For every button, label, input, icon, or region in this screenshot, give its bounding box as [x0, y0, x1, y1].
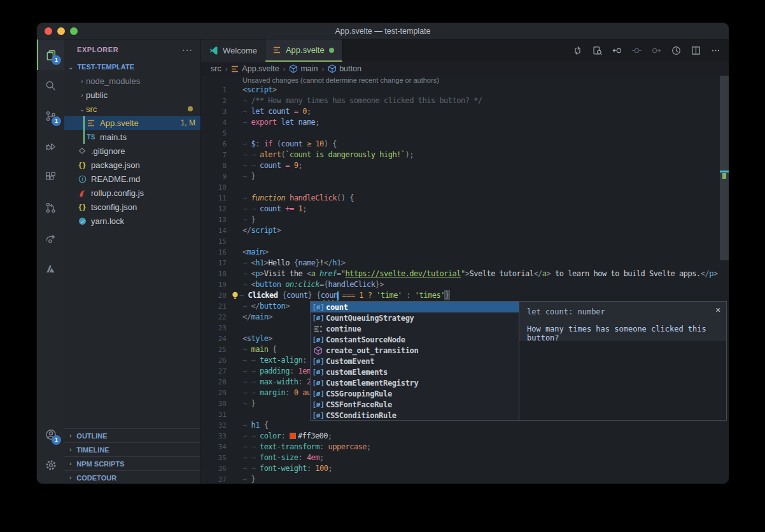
activity-azure-azure-icon[interactable] — [37, 253, 64, 284]
breadcrumb-separator: › — [321, 65, 325, 73]
section-label: CODETOUR — [76, 474, 116, 482]
section-outline[interactable]: ›OUTLINE — [64, 428, 200, 442]
activity-run-debug-run-debug-icon[interactable] — [37, 131, 64, 162]
activity-explorer-files-icon[interactable]: 1 — [37, 39, 64, 70]
suggest-item-countqueuingstrategy[interactable]: [ø]CountQueuingStrategy — [311, 312, 519, 323]
code-line-5[interactable]: 5 — [201, 128, 729, 139]
code-line-7[interactable]: 7→ → alert(`count is dangerously high!`)… — [201, 150, 729, 160]
variable-kind-icon: [ø] — [311, 314, 326, 322]
code-line-8[interactable]: 8→ → count = 9; — [201, 160, 729, 171]
more-actions-icon[interactable] — [708, 44, 722, 58]
code-line-9[interactable]: 9→ } — [201, 171, 729, 182]
gitlens-compare-icon[interactable] — [570, 44, 584, 58]
section-codetour[interactable]: ›CODETOUR — [64, 470, 200, 484]
code-text: </script> — [227, 225, 281, 236]
suggest-item-continue[interactable]: continue — [311, 323, 519, 334]
section-label: TIMELINE — [76, 446, 109, 454]
suggest-item-customelements[interactable]: [ø]customElements — [311, 367, 519, 377]
next-change-icon[interactable] — [649, 44, 663, 58]
suggest-item-count[interactable]: [ø]count — [311, 302, 519, 312]
activity-source-control-source-control-icon[interactable]: 1 — [37, 101, 64, 131]
tree-item-package-json[interactable]: {}package.json — [64, 158, 200, 172]
line-number: 16 — [201, 247, 227, 258]
code-line-15[interactable]: 15 — [201, 236, 729, 247]
tab-app-svelte[interactable]: App.svelte — [265, 39, 342, 62]
suggest-item-cssfontfacerule[interactable]: [ø]CSSFontFaceRule — [311, 399, 519, 410]
dirty-dot-icon[interactable] — [329, 48, 334, 53]
close-window-button[interactable] — [45, 27, 52, 35]
suggest-item-cssconditionrule[interactable]: [ø]CSSConditionRule — [311, 410, 519, 421]
code-line-18[interactable]: 18→ <p>Visit the <a href="https://svelte… — [201, 269, 729, 279]
tab-welcome[interactable]: Welcome — [201, 39, 265, 62]
breadcrumb-app-svelte[interactable]: App.svelte — [231, 64, 279, 73]
code-line-4[interactable]: 4→ export let name; — [201, 117, 729, 128]
code-line-37[interactable]: 37→ } — [201, 474, 729, 484]
previous-change-icon[interactable] — [610, 44, 624, 58]
code-line-35[interactable]: 35→ → font-size: 4em; — [201, 452, 729, 463]
code-line-33[interactable]: 33→ → color: #ff3e00; — [201, 431, 729, 442]
gitlens-codelens[interactable]: Unsaved changes (cannot determine recent… — [201, 76, 729, 85]
tree-item-readme-md[interactable]: iREADME.md — [64, 172, 200, 186]
activity-github-pull-requests-pull-request-icon[interactable] — [37, 192, 64, 223]
breadcrumb-main[interactable]: main — [289, 64, 318, 73]
editor-scrollbar[interactable] — [720, 76, 729, 484]
breadcrumb-src[interactable]: src — [211, 64, 221, 73]
tree-item-node-modules[interactable]: ›node_modules — [64, 74, 200, 88]
variable-kind-icon: [ø] — [311, 357, 326, 365]
code-line-36[interactable]: 36→ → font-weight: 100; — [201, 463, 729, 474]
activity-live-share-live-share-icon[interactable] — [37, 223, 64, 253]
activity-search-search-icon[interactable] — [37, 70, 64, 101]
code-line-2[interactable]: 2→ /** How many times has someone clicke… — [201, 95, 729, 106]
tree-item-main-ts[interactable]: TSmain.ts — [64, 130, 200, 144]
code-line-17[interactable]: 17→ <h1>Hello {name}!</h1> — [201, 258, 729, 269]
minimize-window-button[interactable] — [57, 27, 65, 35]
scrollbar-slider[interactable] — [720, 76, 729, 260]
code-line-20[interactable]: 20→ Clicked {count} {coun === 1 ? 'time'… — [201, 290, 729, 301]
code-line-14[interactable]: 14</script> — [201, 225, 729, 236]
code-line-6[interactable]: 6→ $: if (count ≥ 10) { — [201, 139, 729, 150]
code-line-10[interactable]: 10 — [201, 182, 729, 193]
line-number: 11 — [201, 193, 227, 204]
code-line-32[interactable]: 32→ h1 { — [201, 420, 729, 431]
code-editor[interactable]: Unsaved changes (cannot determine recent… — [201, 76, 729, 484]
line-number: 26 — [201, 355, 227, 366]
suggest-item-cssgroupingrule[interactable]: [ø]CSSGroupingRule — [311, 388, 519, 399]
split-editor-icon[interactable] — [689, 44, 703, 58]
suggest-item-customevent[interactable]: [ø]CustomEvent — [311, 356, 519, 367]
tree-item-public[interactable]: ›public — [64, 88, 200, 102]
code-line-1[interactable]: 1<script> — [201, 85, 729, 95]
workspace-root-row[interactable]: ⌄ TEST-TEMPLATE — [64, 60, 200, 74]
section-timeline[interactable]: ›TIMELINE — [64, 442, 200, 456]
file-history-icon[interactable] — [669, 44, 683, 58]
code-line-34[interactable]: 34→ → text-transform: uppercase; — [201, 442, 729, 452]
code-line-11[interactable]: 11→ function handleClick() { — [201, 193, 729, 204]
tree-item--gitignore[interactable]: .gitignore — [64, 144, 200, 158]
open-preview-icon[interactable] — [590, 44, 604, 58]
code-line-16[interactable]: 16<main> — [201, 247, 729, 258]
color-swatch[interactable] — [290, 433, 296, 439]
section-npm-scripts[interactable]: ›NPM SCRIPTS — [64, 456, 200, 470]
account-icon[interactable]: 1 — [37, 419, 64, 450]
code-line-3[interactable]: 3→ let count = 0; — [201, 106, 729, 117]
file-tree: ›node_modules›public⌄srcApp.svelte1, MTS… — [64, 74, 200, 228]
tree-item-app-svelte[interactable]: App.svelte1, M — [64, 116, 200, 130]
tree-item-tsconfig-json[interactable]: {}tsconfig.json — [64, 200, 200, 214]
variable-kind-icon: [ø] — [311, 379, 326, 387]
suggest-item-constantsourcenode[interactable]: [ø]ConstantSourceNode — [311, 334, 519, 345]
titlebar[interactable]: App.svelte — test-template — [37, 23, 729, 39]
breadcrumb-button[interactable]: button — [328, 64, 361, 73]
suggest-item-customelementregistry[interactable]: [ø]CustomElementRegistry — [311, 377, 519, 388]
code-line-19[interactable]: 19→ <button on:click={handleClick}> — [201, 279, 729, 290]
suggest-item-create_out_transition[interactable]: create_out_transition — [311, 345, 519, 356]
zoom-window-button[interactable] — [70, 27, 78, 35]
code-line-12[interactable]: 12→ → count += 1; — [201, 204, 729, 214]
explorer-more-actions-icon[interactable]: ··· — [182, 45, 193, 55]
tree-item-rollup-config-js[interactable]: rollup.config.js — [64, 186, 200, 200]
tree-item-src[interactable]: ⌄src — [64, 102, 200, 116]
current-change-icon[interactable] — [629, 44, 643, 58]
code-line-13[interactable]: 13→ } — [201, 214, 729, 225]
tree-item-yarn-lock[interactable]: yarn.lock — [64, 214, 200, 228]
lightbulb-icon[interactable] — [230, 291, 241, 301]
gear-icon[interactable] — [37, 450, 64, 480]
activity-extensions-extensions-icon[interactable] — [37, 162, 64, 192]
